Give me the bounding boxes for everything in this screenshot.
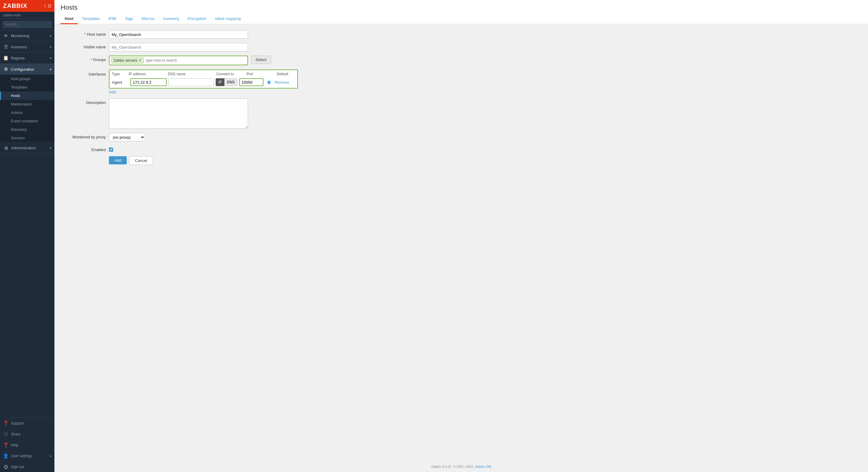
description-input[interactable] — [109, 99, 248, 129]
nav-section-reports: 📋 Reports ▾ — [0, 53, 55, 64]
interfaces-label: Interfaces — [63, 69, 106, 76]
nav-section-administration: 🖥 Administration ▾ — [0, 143, 55, 154]
sidebar-bottom: ❓ Support ⬡ Share ❓ Help 👤 User settings… — [0, 417, 55, 472]
chevron-down-icon: ▾ — [50, 454, 52, 458]
sidebar-item-label: Support — [11, 421, 52, 426]
add-interface-link[interactable]: Add — [109, 90, 116, 94]
connect-ip-button[interactable]: IP — [216, 78, 224, 86]
tabs: Host Templates IPMI Tags Macros Inventor… — [61, 14, 862, 24]
interface-dns-input[interactable] — [168, 78, 214, 86]
interfaces-table: Type IP address DNS name Connect to Port… — [109, 69, 298, 89]
tab-templates[interactable]: Templates — [78, 14, 104, 24]
interfaces-wrapper: Type IP address DNS name Connect to Port… — [109, 69, 298, 94]
sidebar-item-support[interactable]: ❓ Support — [0, 418, 55, 429]
description-row: Description — [63, 99, 859, 129]
connect-dns-button[interactable]: DNS — [224, 78, 237, 86]
select-button[interactable]: Select — [251, 56, 271, 64]
reports-icon: 📋 — [3, 55, 8, 61]
tab-encryption[interactable]: Encryption — [183, 14, 210, 24]
interface-port-input[interactable] — [239, 78, 264, 86]
monitoring-icon: 👁 — [3, 33, 8, 38]
config-subnav: Host groups Templates Hosts Maintenance … — [0, 75, 55, 142]
sidebar-item-hosts[interactable]: Hosts — [0, 92, 55, 100]
interface-ip-input[interactable] — [130, 78, 167, 86]
sidebar-item-services[interactable]: Services — [0, 134, 55, 142]
sidebar-item-sign-out[interactable]: ⏻ Sign out — [0, 462, 55, 472]
groups-tag-remove[interactable]: ✕ — [138, 58, 142, 63]
sidebar-item-label: Sign out — [11, 465, 52, 469]
sidebar-item-monitoring[interactable]: 👁 Monitoring ▾ — [0, 31, 55, 41]
sidebar-item-reports[interactable]: 📋 Reports ▾ — [0, 53, 55, 63]
user-icon: 👤 — [3, 453, 8, 459]
administration-icon: 🖥 — [3, 145, 8, 150]
tab-value-mapping[interactable]: Value mapping — [211, 14, 245, 24]
col-connect: Connect to — [216, 72, 247, 76]
expand-icon[interactable]: ⊡ — [48, 3, 52, 9]
configuration-icon: ⚙ — [3, 66, 8, 72]
host-name-input[interactable] — [109, 30, 248, 39]
col-ip: IP address — [128, 72, 168, 76]
sidebar-header: ZABBIX 《 ⊡ — [0, 0, 55, 12]
interface-default-radio[interactable] — [267, 80, 271, 84]
groups-tag: Zabbix servers ✕ — [111, 58, 144, 63]
host-name-label: * Host name — [63, 30, 106, 37]
cancel-button[interactable]: Cancel — [129, 156, 153, 165]
visible-name-input[interactable] — [109, 43, 248, 52]
proxy-select[interactable]: (no proxy) — [109, 133, 145, 141]
sidebar-item-configuration[interactable]: ⚙ Configuration ▾ — [0, 64, 55, 75]
add-button[interactable]: Add — [109, 156, 127, 164]
support-icon: ❓ — [3, 420, 8, 426]
sidebar-item-label: User settings — [11, 454, 48, 458]
groups-search-input[interactable] — [145, 58, 246, 63]
page-header: Hosts Host Templates IPMI Tags Macros In… — [55, 0, 868, 24]
help-icon: ❓ — [3, 442, 8, 448]
groups-field[interactable]: Zabbix servers ✕ — [109, 56, 248, 65]
groups-label: * Groups — [63, 56, 106, 62]
description-label: Description — [63, 99, 106, 105]
sidebar-item-label: Share — [11, 432, 52, 436]
sidebar-item-share[interactable]: ⬡ Share — [0, 429, 55, 440]
action-buttons-row: Add Cancel — [109, 156, 859, 165]
sidebar-item-administration[interactable]: 🖥 Administration ▾ — [0, 143, 55, 153]
sidebar-item-help[interactable]: ❓ Help — [0, 440, 55, 450]
footer-link[interactable]: Zabbix SIA — [475, 465, 492, 468]
sidebar-item-maintenance[interactable]: Maintenance — [0, 100, 55, 108]
sidebar-item-discovery[interactable]: Discovery — [0, 125, 55, 134]
chevron-down-icon: ▾ — [50, 57, 52, 60]
remove-interface-link[interactable]: Remove — [275, 80, 289, 85]
groups-row: * Groups Zabbix servers ✕ Select — [63, 56, 859, 65]
instance-name: zabbix-redis — [0, 12, 55, 19]
proxy-label: Monitored by proxy — [63, 133, 106, 139]
interface-type: Agent — [112, 80, 128, 85]
sidebar-item-actions[interactable]: Actions — [0, 108, 55, 117]
enabled-checkbox[interactable] — [109, 147, 113, 152]
nav-section-configuration: ⚙ Configuration ▾ Host groups Templates … — [0, 64, 55, 143]
sidebar-item-templates[interactable]: Templates — [0, 83, 55, 92]
nav-section-monitoring: 👁 Monitoring ▾ — [0, 31, 55, 41]
search-input[interactable] — [2, 21, 52, 28]
signout-icon: ⏻ — [3, 464, 8, 469]
tab-ipmi[interactable]: IPMI — [104, 14, 121, 24]
tab-macros[interactable]: Macros — [137, 14, 159, 24]
chevron-down-icon: ▾ — [50, 45, 52, 49]
sidebar-item-host-groups[interactable]: Host groups — [0, 75, 55, 83]
chevron-down-icon: ▾ — [50, 34, 52, 37]
sidebar-item-inventory[interactable]: ☰ Inventory ▾ — [0, 41, 55, 52]
main-content: Hosts Host Templates IPMI Tags Macros In… — [55, 0, 868, 472]
tab-inventory[interactable]: Inventory — [159, 14, 183, 24]
proxy-row: Monitored by proxy (no proxy) — [63, 133, 859, 141]
sidebar-item-event-correlation[interactable]: Event correlation — [0, 117, 55, 125]
sidebar-item-user-settings[interactable]: 👤 User settings ▾ — [0, 450, 55, 462]
connect-buttons: IP DNS — [216, 78, 238, 86]
collapse-icon[interactable]: 《 — [42, 3, 46, 9]
sidebar-item-label: Administration — [11, 146, 48, 150]
sidebar-item-label: Configuration — [11, 67, 48, 72]
tab-tags[interactable]: Tags — [121, 14, 137, 24]
col-type: Type — [112, 72, 128, 76]
interfaces-row: Interfaces Type IP address DNS name Conn… — [63, 69, 859, 94]
form-area: * Host name Visible name * Groups Zabbix… — [55, 24, 868, 461]
visible-name-row: Visible name — [63, 43, 859, 52]
sidebar-item-label: Inventory — [11, 45, 48, 49]
search-box — [0, 19, 55, 31]
tab-host[interactable]: Host — [61, 14, 78, 24]
